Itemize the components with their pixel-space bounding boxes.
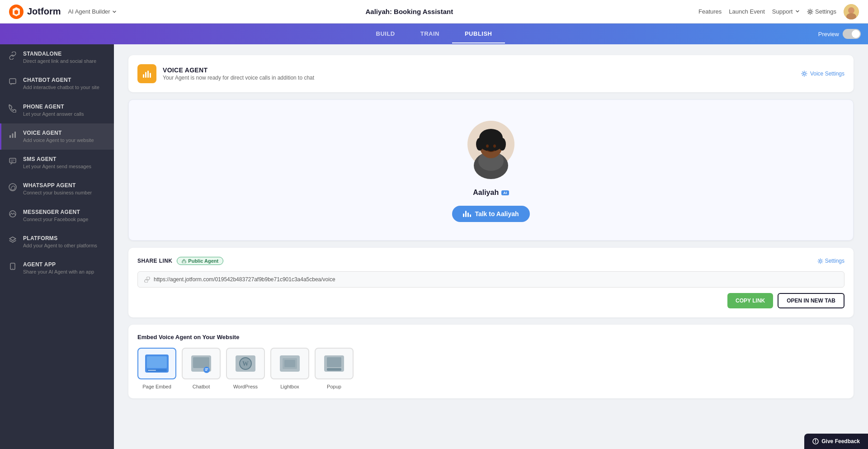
voice-header-card: VOICE AGENT Your Agent is now ready for …	[128, 55, 854, 92]
sidebar-text-voice-agent: VOICE AGENT Add voice Agent to your webs…	[23, 130, 94, 143]
embed-option-wordpress[interactable]: W WordPress	[226, 348, 265, 389]
sidebar-sub-chatbot-agent: Add interactive chatbot to your site	[23, 84, 99, 90]
embed-option-lightbox[interactable]: Lightbox	[270, 348, 309, 389]
sidebar-label-messenger-agent: MESSENGER AGENT	[23, 209, 88, 215]
embed-section-card: Embed Voice Agent on Your Website Page E…	[128, 325, 854, 398]
bar1	[463, 213, 464, 217]
lightbox-icon-box	[270, 348, 309, 379]
feedback-icon	[812, 438, 819, 444]
svg-point-1	[809, 10, 811, 13]
svg-rect-17	[150, 73, 151, 78]
open-new-tab-button[interactable]: OPEN IN NEW TAB	[778, 293, 844, 308]
voice-header-subtitle: Your Agent is now ready for direct voice…	[163, 75, 314, 81]
share-gear-icon	[817, 258, 823, 264]
tab-publish[interactable]: PUBLISH	[452, 25, 505, 43]
sidebar-label-agent-app: AGENT APP	[23, 261, 94, 268]
page-embed-icon-box	[137, 348, 176, 379]
voice-gear-icon	[801, 71, 807, 77]
svg-point-26	[486, 145, 489, 148]
svg-rect-37	[193, 357, 209, 368]
voice-bars-icon	[142, 69, 152, 79]
logo-text: Jotform	[27, 6, 61, 17]
svg-rect-40	[205, 370, 208, 371]
share-settings-btn[interactable]: Settings	[817, 258, 844, 264]
svg-point-18	[803, 73, 805, 75]
embed-option-popup[interactable]: Popup	[315, 348, 354, 389]
public-badge: Public Agent	[177, 257, 223, 265]
nav-right: Features Launch Event Support Settings	[698, 4, 859, 19]
ai-badge: AI	[501, 190, 509, 195]
chatbot-svg	[189, 354, 213, 373]
nav-support[interactable]: Support	[772, 8, 800, 15]
sidebar-text-messenger-agent: MESSENGER AGENT Connect your Facebook pa…	[23, 209, 88, 222]
svg-rect-16	[147, 71, 149, 78]
sidebar-item-sms-agent[interactable]: SMS AGENT Let your Agent send messages	[0, 150, 114, 176]
bar-chart-icon	[9, 131, 18, 140]
sidebar-label-voice-agent: VOICE AGENT	[23, 130, 94, 136]
voice-header: VOICE AGENT Your Agent is now ready for …	[137, 64, 844, 83]
svg-point-27	[493, 145, 496, 148]
preview-label: Preview	[818, 31, 839, 38]
share-link-card: SHARE LINK Public Agent Settings https:/…	[128, 248, 854, 317]
agent-builder-btn[interactable]: AI Agent Builder	[64, 6, 120, 17]
svg-rect-6	[9, 135, 11, 138]
popup-icon-box	[315, 348, 354, 379]
tab-train[interactable]: TRAIN	[408, 25, 452, 43]
copy-link-button[interactable]: COPY LINK	[727, 293, 773, 308]
svg-rect-33	[147, 356, 167, 368]
sidebar-item-whatsapp-agent[interactable]: WHATSAPP AGENT Connect your business num…	[0, 176, 114, 202]
svg-rect-9	[9, 158, 16, 163]
agent-avatar-svg	[464, 118, 518, 181]
sidebar-text-phone-agent: PHONE AGENT Let your Agent answer calls	[23, 104, 84, 117]
svg-rect-8	[14, 132, 16, 138]
preview-toggle-switch[interactable]	[843, 29, 861, 39]
chatbot-icon-box	[182, 348, 221, 379]
sidebar-label-whatsapp-agent: WHATSAPP AGENT	[23, 182, 92, 189]
sidebar-item-platforms[interactable]: PLATFORMS Add your Agent to other platfo…	[0, 229, 114, 255]
settings-btn[interactable]: Settings	[807, 8, 836, 15]
url-box: https://agent.jotform.com/019542b483727a…	[137, 271, 844, 288]
tab-build[interactable]: BUILD	[363, 25, 408, 43]
embed-option-label-chatbot: Chatbot	[193, 384, 210, 389]
svg-point-13	[12, 268, 13, 269]
embed-option-page-embed[interactable]: Page Embed	[137, 348, 176, 389]
talk-button[interactable]: Talk to Aaliyah	[452, 206, 529, 222]
page-embed-svg	[143, 353, 170, 374]
share-label: SHARE LINK	[137, 258, 172, 264]
sidebar-item-phone-agent[interactable]: PHONE AGENT Let your Agent answer calls	[0, 97, 114, 123]
preview-toggle: Preview	[818, 29, 861, 39]
sidebar-item-agent-app[interactable]: AGENT APP Share your AI Agent with an ap…	[0, 255, 114, 281]
svg-rect-47	[284, 360, 295, 367]
sidebar-item-chatbot-agent[interactable]: CHATBOT AGENT Add interactive chatbot to…	[0, 71, 114, 97]
lightbox-svg	[278, 354, 302, 373]
embed-option-label-lightbox: Lightbox	[280, 384, 299, 389]
svg-rect-39	[205, 369, 208, 369]
sidebar-text-sms-agent: SMS AGENT Let your Agent send messages	[23, 156, 91, 170]
voice-settings-btn[interactable]: Voice Settings	[801, 71, 844, 77]
svg-point-31	[819, 260, 821, 262]
share-header: SHARE LINK Public Agent Settings	[137, 257, 844, 265]
sidebar-item-standalone[interactable]: STANDALONE Direct agent link and social …	[0, 44, 114, 71]
nav-features[interactable]: Features	[698, 8, 722, 15]
sidebar-label-sms-agent: SMS AGENT	[23, 156, 91, 162]
svg-rect-49	[327, 357, 341, 367]
share-header-left: SHARE LINK Public Agent	[137, 257, 223, 265]
sidebar-item-messenger-agent[interactable]: MESSENGER AGENT Connect your Facebook pa…	[0, 203, 114, 229]
gear-icon	[807, 9, 813, 15]
embed-option-label-page-embed: Page Embed	[142, 384, 171, 389]
toggle-knob	[852, 30, 860, 38]
url-link-icon	[144, 277, 150, 283]
embed-option-chatbot[interactable]: Chatbot	[182, 348, 221, 389]
support-chevron-icon	[795, 9, 800, 14]
sidebar-text-standalone: STANDALONE Direct agent link and social …	[23, 51, 96, 64]
sidebar-label-phone-agent: PHONE AGENT	[23, 104, 84, 110]
sidebar-item-voice-agent[interactable]: VOICE AGENT Add voice Agent to your webs…	[0, 123, 114, 150]
wordpress-svg: W	[234, 354, 257, 373]
agent-name: Aaliyah AI	[473, 189, 509, 197]
logo: Jotform	[9, 5, 61, 19]
avatar[interactable]	[844, 4, 859, 19]
sidebar: STANDALONE Direct agent link and social …	[0, 44, 114, 449]
nav-launch-event[interactable]: Launch Event	[729, 8, 765, 15]
bar4	[470, 214, 471, 217]
give-feedback-button[interactable]: Give Feedback	[804, 434, 868, 449]
